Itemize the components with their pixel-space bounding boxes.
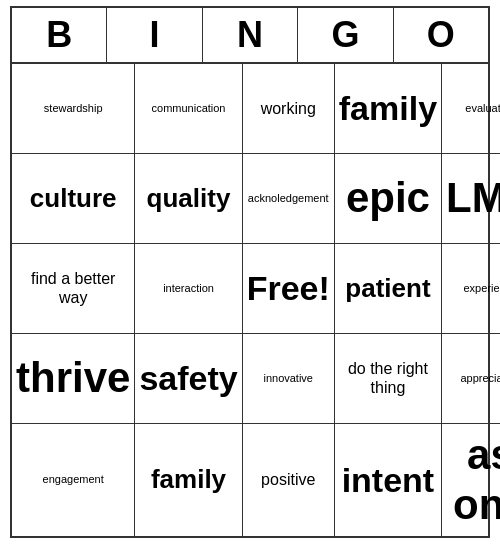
cell-text-17: innovative — [263, 372, 313, 385]
bingo-cell-1: communication — [135, 64, 242, 154]
bingo-cell-7: acknoledgement — [243, 154, 335, 244]
header-letter-B: B — [12, 8, 107, 62]
cell-text-18: do the right thing — [339, 359, 437, 397]
cell-text-6: quality — [147, 183, 231, 214]
bingo-cell-5: culture — [12, 154, 135, 244]
bingo-cell-0: stewardship — [12, 64, 135, 154]
cell-text-11: interaction — [163, 282, 214, 295]
bingo-cell-24: as one — [442, 424, 500, 537]
cell-text-8: epic — [346, 173, 430, 223]
header-letter-N: N — [203, 8, 298, 62]
cell-text-14: experience — [463, 282, 500, 295]
bingo-cell-13: patient — [335, 244, 442, 334]
bingo-cell-9: LMS — [442, 154, 500, 244]
bingo-cell-14: experience — [442, 244, 500, 334]
bingo-cell-22: positive — [243, 424, 335, 537]
header-letter-I: I — [107, 8, 202, 62]
bingo-cell-18: do the right thing — [335, 334, 442, 424]
bingo-cell-16: safety — [135, 334, 242, 424]
header-letter-G: G — [298, 8, 393, 62]
bingo-cell-4: evaluation — [442, 64, 500, 154]
cell-text-22: positive — [261, 470, 315, 489]
cell-text-0: stewardship — [44, 102, 103, 115]
cell-text-1: communication — [152, 102, 226, 115]
bingo-cell-21: family — [135, 424, 242, 537]
bingo-cell-8: epic — [335, 154, 442, 244]
cell-text-13: patient — [345, 273, 430, 304]
cell-text-4: evaluation — [465, 102, 500, 115]
bingo-cell-12: Free! — [243, 244, 335, 334]
cell-text-12: Free! — [247, 268, 330, 309]
cell-text-3: family — [339, 88, 437, 129]
cell-text-24: as one — [446, 430, 500, 531]
cell-text-9: LMS — [446, 173, 500, 223]
cell-text-5: culture — [30, 183, 117, 214]
bingo-cell-6: quality — [135, 154, 242, 244]
cell-text-19: appreciation — [460, 372, 500, 385]
bingo-cell-19: appreciation — [442, 334, 500, 424]
bingo-grid: stewardshipcommunicationworkingfamilyeva… — [12, 64, 488, 537]
header-letter-O: O — [394, 8, 488, 62]
bingo-cell-10: find a better way — [12, 244, 135, 334]
cell-text-2: working — [261, 99, 316, 118]
bingo-cell-3: family — [335, 64, 442, 154]
bingo-cell-20: engagement — [12, 424, 135, 537]
bingo-card: BINGO stewardshipcommunicationworkingfam… — [10, 6, 490, 539]
cell-text-23: intent — [342, 460, 435, 501]
cell-text-21: family — [151, 464, 226, 495]
cell-text-15: thrive — [16, 353, 130, 403]
cell-text-20: engagement — [43, 473, 104, 486]
bingo-cell-17: innovative — [243, 334, 335, 424]
cell-text-7: acknoledgement — [248, 192, 329, 205]
bingo-cell-15: thrive — [12, 334, 135, 424]
bingo-cell-23: intent — [335, 424, 442, 537]
bingo-cell-11: interaction — [135, 244, 242, 334]
cell-text-10: find a better way — [16, 269, 130, 307]
bingo-header: BINGO — [12, 8, 488, 64]
bingo-cell-2: working — [243, 64, 335, 154]
cell-text-16: safety — [139, 358, 237, 399]
